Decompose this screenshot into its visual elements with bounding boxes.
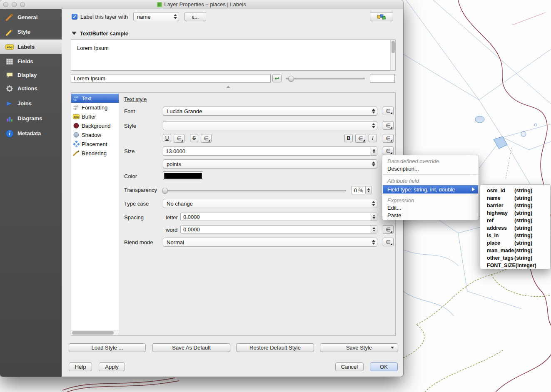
sidebar-item-joins[interactable]: Joins bbox=[0, 96, 62, 111]
tab-buffer[interactable]: abc Buffer bbox=[71, 112, 119, 121]
spacing-word-stepper[interactable] bbox=[371, 226, 377, 233]
field-item-address[interactable]: address(string) bbox=[487, 224, 547, 232]
field-item-highway[interactable]: highway(string) bbox=[487, 209, 547, 217]
spacing-word-override-button[interactable]: ∈ bbox=[383, 225, 394, 234]
sidebar-item-actions[interactable]: Actions bbox=[0, 81, 62, 96]
sample-text-input[interactable] bbox=[71, 74, 271, 83]
field-item-is-in[interactable]: is_in(string) bbox=[487, 232, 547, 239]
sidebar-item-metadata[interactable]: i Metadata bbox=[0, 126, 62, 141]
speech-bubble-icon bbox=[5, 71, 14, 80]
field-item-man-made[interactable]: man_made(string) bbox=[487, 247, 547, 254]
style-label: Style bbox=[124, 123, 136, 129]
style-tabs-list: +ab<c Text +ab<c Formatting abc Buffer B… bbox=[71, 93, 119, 335]
bold-override-button[interactable]: ∈ bbox=[355, 134, 366, 143]
titlebar[interactable]: Layer Properties – places | Labels bbox=[0, 0, 403, 9]
menu-item-field-type[interactable]: Field type: string, int, double bbox=[383, 185, 478, 194]
spacing-word-spinbox[interactable]: 0.0000 bbox=[180, 225, 377, 233]
size-override-button[interactable]: ∈ bbox=[383, 146, 394, 155]
sidebar-item-diagrams[interactable]: Diagrams bbox=[0, 111, 62, 126]
slider-handle[interactable] bbox=[288, 76, 294, 82]
restore-default-style-button[interactable]: Restore Default Style bbox=[236, 343, 314, 352]
font-label: Font bbox=[124, 108, 135, 114]
sample-size-slider[interactable] bbox=[286, 78, 365, 79]
label-field-value: name bbox=[137, 14, 151, 20]
sidebar-item-labels[interactable]: abc Labels bbox=[0, 40, 62, 54]
apply-button[interactable]: Apply bbox=[99, 362, 125, 371]
tab-shadow[interactable]: Shadow bbox=[71, 130, 119, 139]
spacing-letter-stepper[interactable] bbox=[371, 213, 377, 221]
menu-section-attribute-field: Attribute field bbox=[387, 178, 419, 184]
underline-override-button[interactable]: ∈ bbox=[174, 134, 184, 143]
size-units-combo[interactable]: points bbox=[163, 159, 377, 169]
engine-settings-button[interactable] bbox=[370, 12, 393, 21]
ok-button[interactable]: OK bbox=[370, 362, 398, 371]
style-override-button[interactable]: ∈ bbox=[383, 121, 394, 130]
transparency-spinbox[interactable]: 0 % bbox=[351, 186, 372, 194]
spacing-letter-value: 0.0000 bbox=[183, 214, 200, 220]
save-style-button[interactable]: Save Style bbox=[320, 343, 398, 352]
strikeout-override-button[interactable]: ∈ bbox=[201, 134, 212, 143]
combo-arrows-icon bbox=[372, 238, 375, 246]
tab-background[interactable]: Background bbox=[71, 121, 119, 130]
size-stepper[interactable] bbox=[371, 147, 377, 155]
style-combo[interactable] bbox=[163, 121, 377, 130]
splitter-handle[interactable] bbox=[226, 86, 230, 88]
tab-label: Formatting bbox=[82, 104, 107, 111]
menu-section-expression: Expression bbox=[387, 197, 414, 203]
tab-text[interactable]: +ab<c Text bbox=[71, 94, 119, 103]
color-swatch-button[interactable] bbox=[163, 171, 203, 180]
blend-mode-override-button[interactable]: ∈ bbox=[383, 238, 394, 246]
tab-formatting[interactable]: +ab<c Formatting bbox=[71, 103, 119, 112]
type-case-combo[interactable]: No change bbox=[163, 199, 377, 208]
expression-button[interactable]: ε... bbox=[184, 12, 206, 21]
field-item-font-size[interactable]: FONT_SIZE(integer) bbox=[487, 262, 547, 269]
underline-button[interactable]: U bbox=[163, 134, 171, 142]
menu-item-edit[interactable]: Edit... bbox=[387, 205, 401, 211]
preview-text: Lorem Ipsum bbox=[77, 45, 109, 51]
field-item-other-tags[interactable]: other_tags(string) bbox=[487, 254, 547, 262]
transparency-stepper[interactable] bbox=[365, 186, 371, 194]
menu-item-paste[interactable]: Paste bbox=[387, 212, 401, 218]
strikeout-button[interactable]: S bbox=[190, 134, 198, 142]
spacing-word-label: word bbox=[166, 227, 177, 233]
sidebar-item-general[interactable]: General bbox=[0, 10, 62, 25]
tab-rendering[interactable]: Rendering bbox=[71, 149, 119, 158]
reset-sample-button[interactable]: ↩ bbox=[272, 74, 282, 82]
preview-scrollbar[interactable] bbox=[390, 40, 395, 70]
bold-button[interactable]: B bbox=[344, 134, 353, 142]
sidebar-item-style[interactable]: Style bbox=[0, 25, 62, 39]
blend-mode-combo[interactable]: Normal bbox=[163, 238, 377, 247]
tab-label: Shadow bbox=[82, 132, 101, 138]
sidebar-item-label: Actions bbox=[17, 85, 37, 92]
abc-label-icon: abc bbox=[5, 42, 14, 52]
sidebar-item-fields[interactable]: Fields bbox=[0, 54, 62, 69]
label-field-combo[interactable]: name bbox=[133, 12, 179, 21]
menu-item-description[interactable]: Description... bbox=[387, 166, 419, 172]
italic-override-button[interactable]: ∈ bbox=[383, 134, 394, 143]
sample-size-box[interactable] bbox=[370, 74, 395, 83]
field-item-place[interactable]: place(string) bbox=[487, 239, 547, 247]
menu-separator bbox=[383, 174, 478, 175]
load-style-button[interactable]: Load Style ... bbox=[69, 343, 146, 352]
sidebar-item-display[interactable]: Display bbox=[0, 68, 62, 82]
font-combo[interactable]: Lucida Grande bbox=[163, 107, 377, 116]
tabs-list-scrollbar[interactable] bbox=[71, 330, 119, 335]
save-as-default-button[interactable]: Save As Default bbox=[152, 343, 230, 352]
field-item-name[interactable]: name(string) bbox=[487, 194, 547, 202]
sidebar: General Style abc Labels Fields Display … bbox=[0, 9, 62, 377]
italic-button[interactable]: I bbox=[369, 134, 377, 142]
font-override-button[interactable]: ∈ bbox=[383, 107, 394, 115]
field-item-ref[interactable]: ref(string) bbox=[487, 217, 547, 224]
sidebar-item-label: Joins bbox=[17, 100, 32, 107]
spacing-letter-spinbox[interactable]: 0.0000 bbox=[180, 213, 377, 221]
size-spinbox[interactable]: 13.0000 bbox=[163, 146, 377, 156]
transparency-slider[interactable] bbox=[163, 190, 346, 191]
label-layer-checkbox[interactable]: ✓ bbox=[72, 14, 77, 20]
tab-placement[interactable]: Placement bbox=[71, 139, 119, 149]
transparency-slider-handle[interactable] bbox=[162, 188, 168, 194]
help-button[interactable]: Help bbox=[69, 362, 92, 371]
cancel-button[interactable]: Cancel bbox=[335, 362, 364, 371]
field-item-barrier[interactable]: barrier(string) bbox=[487, 202, 547, 209]
disclosure-triangle-icon[interactable] bbox=[72, 32, 77, 35]
field-item-osm-id[interactable]: osm_id(string) bbox=[487, 187, 547, 194]
